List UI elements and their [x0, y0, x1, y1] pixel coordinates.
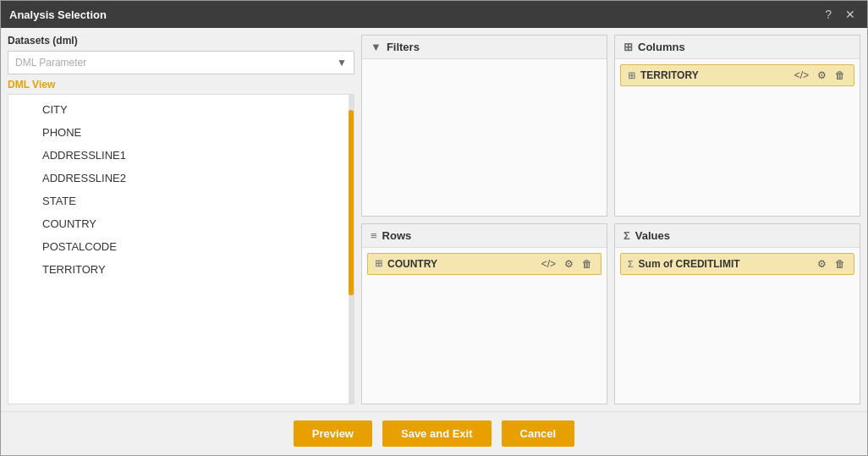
sigma-icon: Σ — [624, 229, 630, 242]
rows-header: ≡ Rows — [362, 224, 607, 248]
chip-label: TERRITORY — [640, 69, 699, 81]
rows-panel: ≡ Rows ⊞ COUNTRY </> ⚙ 🗑 — [361, 223, 607, 405]
field-list-item[interactable]: PHONE — [8, 121, 354, 144]
dialog-title: Analysis Selection — [9, 8, 107, 21]
datasets-label: Datasets (dml) — [8, 35, 354, 47]
filters-header: ▼ Filters — [362, 36, 607, 59]
preview-button[interactable]: Preview — [294, 420, 372, 447]
chip-code-button[interactable]: </> — [540, 258, 558, 270]
dropdown-arrow-icon: ▼ — [337, 57, 347, 69]
filters-panel: ▼ Filters — [361, 35, 607, 217]
save-exit-button[interactable]: Save and Exit — [382, 420, 492, 447]
field-list-container: CITYPHONEADDRESSLINE1ADDRESSLINE2STATECO… — [8, 94, 354, 404]
chip-label-group: ⊞ TERRITORY — [628, 69, 699, 81]
right-area: ▼ Filters ⊞ Columns ⊞ TERRITORY — [361, 35, 860, 404]
chip-gear-button[interactable]: ⚙ — [816, 258, 828, 270]
chip-actions: </> ⚙ 🗑 — [793, 69, 847, 81]
chip-label: Sum of CREDITLIMIT — [639, 258, 740, 270]
dropdown-placeholder: DML Parameter — [15, 57, 86, 69]
field-list-item[interactable]: TERRITORY — [8, 258, 354, 281]
filters-label: Filters — [387, 41, 420, 53]
filters-body[interactable] — [362, 59, 607, 216]
rows-label: Rows — [382, 229, 412, 242]
help-button[interactable]: ? — [821, 6, 835, 23]
chip-label-group: ⊞ COUNTRY — [375, 258, 437, 270]
chip-label-group: Σ Sum of CREDITLIMIT — [628, 258, 740, 270]
field-list-item[interactable]: CITY — [8, 98, 354, 121]
column-chip: ⊞ TERRITORY </> ⚙ 🗑 — [620, 64, 854, 86]
values-body[interactable]: Σ Sum of CREDITLIMIT ⚙ 🗑 — [615, 248, 860, 404]
dml-view-label: DML View — [8, 79, 354, 91]
filter-icon: ▼ — [371, 41, 382, 53]
left-panel: Datasets (dml) DML Parameter ▼ DML View … — [8, 35, 354, 404]
row-chip: ⊞ COUNTRY </> ⚙ 🗑 — [367, 253, 602, 275]
chip-code-button[interactable]: </> — [793, 69, 810, 81]
columns-label: Columns — [638, 41, 685, 53]
chip-delete-button[interactable]: 🗑 — [580, 258, 594, 270]
title-bar: Analysis Selection ? ✕ — [1, 1, 867, 28]
analysis-selection-dialog: Analysis Selection ? ✕ Datasets (dml) DM… — [0, 0, 868, 456]
bottom-panels-row: ≡ Rows ⊞ COUNTRY </> ⚙ 🗑 — [361, 223, 860, 405]
chip-gear-button[interactable]: ⚙ — [816, 69, 828, 81]
scrollbar-thumb[interactable] — [349, 110, 354, 295]
table-icon: ⊞ — [628, 70, 635, 81]
field-list-item[interactable]: ADDRESSLINE1 — [8, 144, 354, 167]
bottom-bar: Preview Save and Exit Cancel — [1, 411, 867, 455]
values-header: Σ Values — [615, 224, 860, 248]
chip-delete-button[interactable]: 🗑 — [833, 258, 847, 270]
values-label: Values — [635, 229, 670, 242]
columns-body[interactable]: ⊞ TERRITORY </> ⚙ 🗑 — [615, 59, 860, 216]
columns-icon: ⊞ — [624, 41, 633, 53]
chip-delete-button[interactable]: 🗑 — [833, 69, 847, 81]
sigma-chip-icon: Σ — [628, 259, 634, 269]
field-list: CITYPHONEADDRESSLINE1ADDRESSLINE2STATECO… — [8, 95, 354, 404]
chip-gear-button[interactable]: ⚙ — [563, 258, 575, 270]
field-list-item[interactable]: POSTALCODE — [8, 235, 354, 258]
table-icon: ⊞ — [375, 258, 382, 269]
columns-panel: ⊞ Columns ⊞ TERRITORY </> ⚙ 🗑 — [614, 35, 860, 217]
values-panel: Σ Values Σ Sum of CREDITLIMIT ⚙ 🗑 — [614, 223, 860, 405]
field-list-item[interactable]: ADDRESSLINE2 — [8, 167, 354, 190]
chip-actions: ⚙ 🗑 — [816, 258, 847, 270]
cancel-button[interactable]: Cancel — [502, 420, 575, 447]
field-list-item[interactable]: COUNTRY — [8, 212, 354, 235]
chip-actions: </> ⚙ 🗑 — [540, 258, 594, 270]
title-bar-controls: ? ✕ — [821, 6, 859, 23]
value-chip: Σ Sum of CREDITLIMIT ⚙ 🗑 — [620, 253, 854, 275]
main-content: Datasets (dml) DML Parameter ▼ DML View … — [1, 28, 867, 411]
datasets-dropdown[interactable]: DML Parameter ▼ — [8, 51, 354, 74]
top-panels-row: ▼ Filters ⊞ Columns ⊞ TERRITORY — [361, 35, 860, 217]
columns-header: ⊞ Columns — [615, 36, 860, 59]
field-list-item[interactable]: STATE — [8, 190, 354, 212]
rows-body[interactable]: ⊞ COUNTRY </> ⚙ 🗑 — [362, 248, 607, 404]
scrollbar-track[interactable] — [349, 95, 354, 404]
chip-label: COUNTRY — [387, 258, 437, 270]
rows-icon: ≡ — [371, 229, 377, 242]
title-bar-left: Analysis Selection — [9, 8, 107, 21]
close-button[interactable]: ✕ — [842, 6, 859, 23]
